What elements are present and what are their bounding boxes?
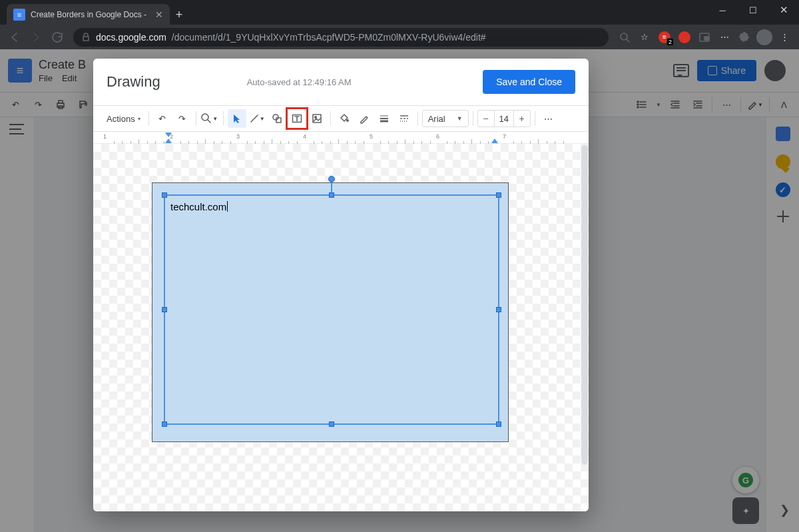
select-tool-icon[interactable]	[228, 109, 246, 128]
extension-todoist-icon[interactable]: ≡2	[655, 28, 674, 47]
resize-handle-tr[interactable]	[496, 192, 501, 198]
url-host: docs.google.com	[96, 32, 166, 43]
get-addons-icon[interactable]	[777, 210, 789, 222]
keep-addon-icon[interactable]	[776, 154, 790, 169]
grammarly-fab[interactable]: G	[732, 467, 759, 493]
profile-avatar[interactable]	[755, 28, 774, 47]
text-box[interactable]: techcult.com	[164, 194, 499, 425]
close-tab-icon[interactable]: ✕	[155, 9, 163, 20]
docs-favicon: ≡	[13, 9, 25, 21]
redo-icon[interactable]: ↷	[29, 96, 47, 113]
drawing-toolbar: Actions ↶ ↷ ▼ ▼ Arial▼ − + ⋯	[93, 105, 589, 132]
font-size-stepper[interactable]: − +	[477, 110, 531, 127]
docs-logo[interactable]: ≡	[8, 59, 32, 83]
address-bar[interactable]: docs.google.com/document/d/1_9YUqHxlXvYm…	[73, 28, 609, 47]
resize-handle-mr[interactable]	[496, 307, 501, 312]
font-size-decrease[interactable]: −	[478, 111, 494, 127]
url-path: /document/d/1_9YUqHxlXvYmTrbsAcpfWD5-PM0…	[172, 32, 486, 43]
more-tools-icon[interactable]: ⋯	[718, 96, 735, 113]
comments-icon[interactable]	[673, 64, 689, 77]
actions-menu[interactable]: Actions	[103, 111, 144, 127]
paint-format-icon[interactable]	[75, 96, 92, 113]
bookmark-star-icon[interactable]: ☆	[635, 28, 654, 47]
svg-rect-11	[276, 118, 281, 123]
line-tool-icon[interactable]: ▼	[248, 109, 266, 128]
extension-adblock-icon[interactable]	[675, 28, 694, 47]
account-avatar[interactable]	[764, 60, 786, 81]
resize-handle-ml[interactable]	[162, 307, 167, 312]
undo-icon[interactable]: ↶	[7, 96, 24, 113]
window-close-button[interactable]: ✕	[768, 0, 799, 20]
document-filename[interactable]: Create B	[39, 58, 86, 72]
zoom-icon[interactable]: ▼	[200, 109, 219, 128]
chrome-menu-icon[interactable]: ⋮	[775, 28, 794, 47]
extensions-puzzle-icon[interactable]	[735, 28, 754, 47]
window-minimize-button[interactable]: ─	[707, 0, 738, 20]
textbox-tool-icon[interactable]	[288, 109, 306, 128]
svg-point-14	[314, 117, 316, 118]
border-weight-icon[interactable]	[375, 109, 394, 128]
save-and-close-button[interactable]: Save and Close	[483, 70, 575, 94]
svg-point-7	[637, 104, 639, 105]
resize-handle-mt[interactable]	[329, 192, 334, 198]
back-button[interactable]	[5, 28, 24, 47]
browser-tab[interactable]: ≡ Create Borders in Google Docs - ✕	[7, 4, 170, 25]
calendar-addon-icon[interactable]	[776, 127, 790, 141]
forward-button	[27, 28, 45, 47]
border-color-icon[interactable]	[355, 109, 374, 128]
font-size-input[interactable]	[494, 111, 514, 127]
pip-icon[interactable]	[695, 28, 714, 47]
search-icon[interactable]	[615, 28, 634, 47]
border-dash-icon[interactable]	[395, 109, 413, 128]
svg-rect-4	[59, 101, 63, 103]
resize-handle-bl[interactable]	[162, 421, 167, 427]
font-family-select[interactable]: Arial▼	[422, 110, 469, 127]
rotate-handle[interactable]	[328, 176, 335, 182]
menu-file[interactable]: File	[39, 73, 53, 83]
collapse-toolbar-icon[interactable]: ᐱ	[775, 96, 792, 113]
outline-toggle-icon[interactable]	[9, 124, 24, 134]
textbox-text[interactable]: techcult.com	[170, 201, 228, 212]
autosave-status: Auto-saved at 12:49:16 AM	[247, 77, 352, 87]
new-tab-button[interactable]: +	[170, 5, 188, 25]
edit-mode-icon[interactable]: ▼	[746, 96, 764, 113]
drawing-canvas[interactable]: techcult.com	[93, 144, 589, 511]
canvas-scrollbar[interactable]	[581, 145, 588, 465]
font-size-increase[interactable]: +	[514, 111, 530, 127]
resize-handle-mb[interactable]	[329, 421, 334, 427]
share-button[interactable]: Share	[697, 60, 756, 81]
svg-rect-2	[704, 37, 708, 40]
more-format-icon[interactable]: ⋯	[539, 109, 558, 128]
drawing-modal: Drawing Auto-saved at 12:49:16 AM Save a…	[93, 59, 589, 511]
sidepanel-collapse-icon[interactable]: ❯	[780, 503, 790, 517]
drawing-undo-icon[interactable]: ↶	[153, 109, 172, 128]
image-tool-icon[interactable]	[308, 109, 326, 128]
reload-button[interactable]	[48, 28, 67, 47]
lock-icon	[81, 33, 91, 42]
svg-point-15	[346, 119, 349, 122]
drawing-redo-icon[interactable]: ↷	[173, 109, 192, 128]
svg-point-8	[637, 107, 639, 108]
indent-decrease-icon[interactable]	[666, 96, 684, 113]
tasks-addon-icon[interactable]: ✓	[776, 182, 790, 197]
svg-point-6	[637, 101, 639, 103]
extension-misc-icon[interactable]: ⋯	[715, 28, 734, 47]
bulleted-list-icon[interactable]	[633, 96, 651, 113]
svg-point-10	[273, 115, 278, 120]
explore-fab[interactable]: ✦	[732, 497, 759, 524]
drawing-ruler[interactable]: 1234567	[93, 132, 589, 144]
tab-title: Create Borders in Google Docs -	[31, 10, 146, 19]
menu-edit[interactable]: Edit	[62, 73, 77, 83]
shape-tool-icon[interactable]	[268, 109, 286, 128]
fill-color-icon[interactable]	[335, 109, 354, 128]
resize-handle-tl[interactable]	[162, 192, 167, 198]
print-icon[interactable]	[52, 96, 69, 113]
resize-handle-br[interactable]	[496, 421, 501, 427]
indent-increase-icon[interactable]	[689, 96, 706, 113]
window-maximize-button[interactable]: ☐	[738, 0, 768, 20]
drawing-title: Drawing	[107, 73, 160, 91]
